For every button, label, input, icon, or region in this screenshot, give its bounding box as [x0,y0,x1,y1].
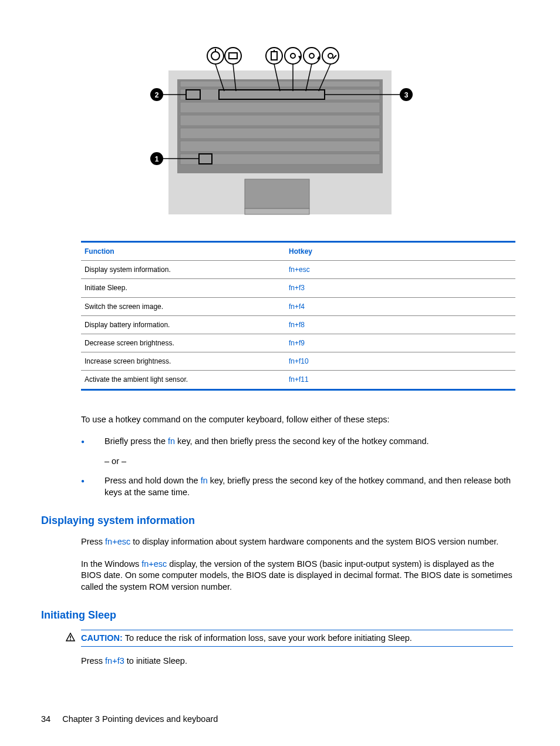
hotkey-term: fn+esc [141,559,167,569]
table-row: Activate the ambient light sensor.fn+f11 [81,371,515,389]
svg-text:1: 1 [155,155,159,163]
col-header-function: Function [81,242,285,261]
svg-text:2: 2 [155,91,159,99]
table-row: Switch the screen image.fn+f4 [81,297,515,315]
body-paragraph: In the Windows fn+esc display, the versi… [81,559,513,593]
steps-list: Briefly press the fn key, and then brief… [81,436,513,498]
svg-text:▲: ▲ [316,54,322,61]
svg-rect-7 [180,141,380,152]
svg-rect-8 [180,154,380,164]
svg-point-45 [70,639,71,640]
table-row: Initiate Sleep.fn+f3 [81,279,515,297]
svg-rect-4 [180,102,380,113]
svg-rect-6 [180,128,380,139]
body-paragraph: Press fn+f3 to initiate Sleep. [81,656,513,667]
fn-key-term: fn [201,476,208,485]
chapter-title: Chapter 3 Pointing devices and keyboard [62,714,218,724]
page-footer: 34 Chapter 3 Pointing devices and keyboa… [41,714,519,725]
intro-text: To use a hotkey command on the computer … [81,414,513,426]
table-row: Display battery information.fn+f8 [81,315,515,334]
hotkey-term: fn+esc [105,537,130,546]
svg-rect-5 [180,115,380,126]
table-row: Increase screen brightness.fn+f10 [81,352,515,371]
caution-icon [66,633,75,646]
svg-rect-2 [180,81,380,87]
section-heading-sleep: Initiating Sleep [41,608,519,622]
or-separator: – or – [104,456,513,468]
col-header-hotkey: Hotkey [285,242,515,261]
list-item: Briefly press the fn key, and then brief… [81,436,513,467]
svg-text:3: 3 [404,91,409,99]
hotkey-table: Function Hotkey Display system informati… [81,241,515,391]
hotkey-term: fn+f3 [105,656,124,666]
page-number: 34 [41,714,50,725]
body-paragraph: Press fn+esc to display information abou… [81,536,513,548]
svg-rect-10 [245,209,309,214]
caution-box: CAUTION: To reduce the risk of informati… [81,630,513,647]
svg-text:▼: ▼ [297,54,303,61]
keyboard-hotkey-figure: ▼ ▲ 2 1 3 [145,35,415,223]
table-row: Display system information.fn+esc [81,261,515,279]
section-heading-display-info: Displaying system information [41,513,519,527]
svg-rect-9 [245,179,309,209]
table-row: Decrease screen brightness.fn+f9 [81,334,515,352]
caution-label: CAUTION: [81,633,123,643]
svg-point-12 [225,48,241,64]
list-item: Press and hold down the fn key, briefly … [81,475,513,498]
fn-key-term: fn [168,436,175,446]
